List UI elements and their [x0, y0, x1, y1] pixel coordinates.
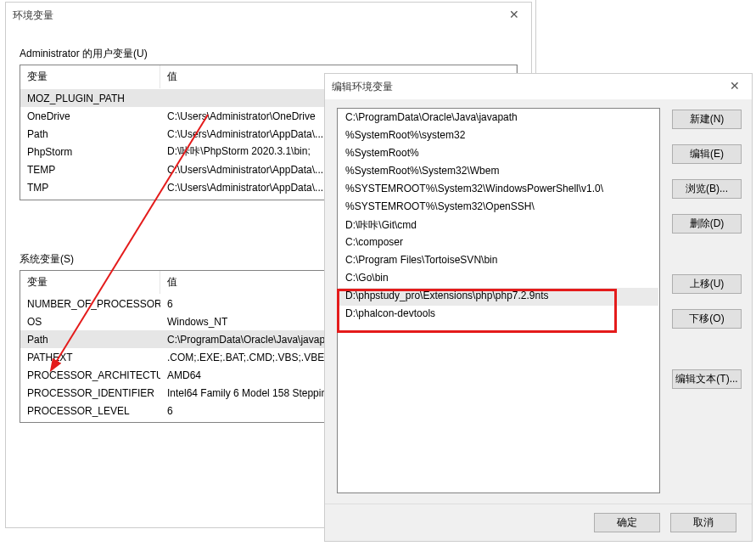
- list-item[interactable]: %SYSTEMROOT%\System32\OpenSSH\: [339, 199, 658, 217]
- move-up-button[interactable]: 上移(U): [672, 274, 742, 294]
- var-name: TMP: [20, 182, 160, 194]
- dialog-footer: 确定 取消: [325, 504, 752, 541]
- list-item[interactable]: C:\Program Files\TortoiseSVN\bin: [339, 252, 658, 270]
- titlebar: 编辑环境变量 ✕: [325, 74, 752, 99]
- var-name: Path: [20, 128, 160, 140]
- var-name: OneDrive: [20, 110, 160, 122]
- list-item[interactable]: C:\composer: [339, 234, 658, 252]
- list-item[interactable]: %SystemRoot%: [339, 145, 658, 163]
- close-icon[interactable]: ✕: [723, 79, 747, 93]
- var-name: PATHEXT: [20, 352, 160, 363]
- col-variable[interactable]: 变量: [20, 65, 160, 88]
- var-name: PhpStorm: [20, 146, 160, 158]
- var-name: NUMBER_OF_PROCESSORS: [20, 298, 160, 310]
- edit-env-var-dialog: 编辑环境变量 ✕ C:\ProgramData\Oracle\Java\java…: [324, 73, 753, 542]
- user-vars-label: Administrator 的用户变量(U): [20, 47, 531, 61]
- side-button-column: 新建(N) 编辑(E) 浏览(B)... 删除(D) 上移(U) 下移(O) 编…: [672, 108, 742, 493]
- close-icon[interactable]: ✕: [502, 8, 526, 21]
- dialog-title: 环境变量: [13, 8, 53, 23]
- cancel-button[interactable]: 取消: [670, 513, 736, 532]
- var-name: TEMP: [20, 164, 160, 176]
- path-listbox[interactable]: C:\ProgramData\Oracle\Java\javapath%Syst…: [337, 108, 660, 493]
- list-item[interactable]: C:\ProgramData\Oracle\Java\javapath: [339, 110, 658, 127]
- var-name: OS: [20, 316, 160, 328]
- titlebar: 环境变量 ✕: [6, 3, 531, 28]
- edit-text-button[interactable]: 编辑文本(T)...: [672, 369, 742, 389]
- list-item[interactable]: %SYSTEMROOT%\System32\WindowsPowerShell\…: [339, 181, 658, 199]
- dialog-title: 编辑环境变量: [332, 80, 393, 94]
- list-item[interactable]: %SystemRoot%\system32: [339, 127, 658, 145]
- browse-button[interactable]: 浏览(B)...: [672, 179, 742, 199]
- var-name: PROCESSOR_ARCHITECTURE: [20, 369, 160, 381]
- var-name: MOZ_PLUGIN_PATH: [20, 93, 160, 104]
- list-item[interactable]: D:\咔咔\Git\cmd: [339, 217, 658, 234]
- move-down-button[interactable]: 下移(O): [672, 309, 742, 329]
- new-button[interactable]: 新建(N): [672, 110, 742, 129]
- edit-button[interactable]: 编辑(E): [672, 144, 742, 164]
- list-item[interactable]: D:\phpstudy_pro\Extensions\php\php7.2.9n…: [339, 288, 658, 306]
- ok-button[interactable]: 确定: [594, 513, 660, 532]
- list-item[interactable]: C:\Go\bin: [339, 270, 658, 288]
- var-name: PROCESSOR_LEVEL: [20, 405, 160, 417]
- delete-button[interactable]: 删除(D): [672, 214, 742, 234]
- var-name: Path: [20, 334, 160, 346]
- col-variable[interactable]: 变量: [20, 271, 160, 294]
- list-item[interactable]: %SystemRoot%\System32\Wbem: [339, 163, 658, 181]
- var-name: PROCESSOR_IDENTIFIER: [20, 387, 160, 399]
- list-item[interactable]: D:\phalcon-devtools: [339, 306, 658, 324]
